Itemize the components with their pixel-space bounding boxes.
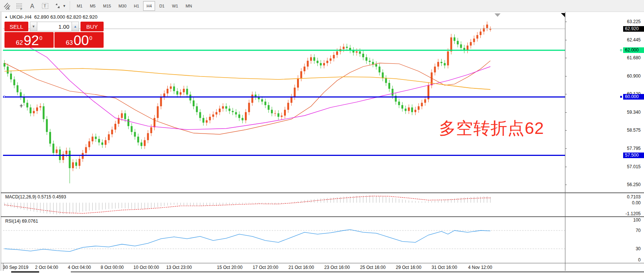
sell-price-display[interactable]: 62 92 0: [4, 32, 54, 48]
candle-body: [121, 113, 123, 118]
candle-body: [369, 61, 371, 62]
candle-body: [297, 78, 299, 88]
candle-body: [473, 38, 475, 42]
ma-slow-orange: [4, 69, 490, 90]
rsi-line: [4, 230, 490, 252]
price-badge: 60.000: [623, 94, 644, 100]
volume-decrease-button[interactable]: ▼: [30, 22, 37, 31]
bottom-scroll-thumb[interactable]: [11, 271, 39, 273]
candle-body: [252, 95, 253, 103]
candle-body: [196, 106, 198, 112]
candle-body: [265, 101, 266, 105]
rsi-timeaxis-separator: [1, 263, 644, 263]
level-line-handle[interactable]: [620, 49, 622, 51]
candle-body: [43, 106, 45, 119]
timeframe-button-M5[interactable]: M5: [86, 1, 99, 11]
axis-tick: [565, 58, 567, 58]
candle-body: [141, 142, 142, 146]
svg-text:T: T: [44, 4, 46, 8]
candle-body: [379, 67, 381, 73]
fibonacci-lines-icon[interactable]: F: [14, 1, 25, 11]
sell-price-big: 92: [23, 35, 39, 47]
arrows-tool-icon[interactable]: [52, 1, 63, 11]
time-tick-label: 4 Nov 12:00: [468, 265, 492, 270]
candle-body: [59, 150, 61, 160]
macd-indicator-label: MACD(12,26,9) 0.5715 0.4593: [5, 194, 66, 200]
timeframe-button-H1[interactable]: H1: [130, 1, 142, 11]
candle-body: [310, 57, 312, 60]
candle-body: [385, 78, 387, 83]
candle-body: [56, 150, 58, 153]
level-line-handle[interactable]: [3, 96, 5, 98]
arrows-dropdown-caret[interactable]: ▼: [63, 4, 66, 8]
macd-axis-label: 0.7103: [627, 194, 641, 200]
timeframe-button-W1[interactable]: W1: [168, 1, 181, 11]
candle-body: [26, 103, 28, 108]
candle-body: [392, 89, 394, 96]
candle-body: [398, 101, 400, 105]
candle-body: [235, 112, 237, 114]
candle-body: [281, 116, 282, 117]
candle-body: [401, 105, 403, 109]
scale-corner-marker-icon[interactable]: [561, 13, 565, 17]
candle-body: [248, 103, 250, 112]
ocp-collapse-arrow-icon[interactable]: ▲: [4, 15, 8, 19]
candle-body: [441, 62, 442, 63]
timeframe-button-H4[interactable]: H4: [143, 1, 155, 11]
text-tool-icon[interactable]: A: [27, 1, 38, 11]
candle-body: [82, 153, 84, 159]
timeframe-button-D1[interactable]: D1: [156, 1, 168, 11]
candle-body: [388, 83, 390, 89]
volume-increase-button[interactable]: ▲: [72, 22, 79, 31]
candle-body: [10, 73, 12, 79]
candle-body: [486, 25, 488, 28]
candle-body: [480, 32, 482, 35]
main-macd-separator[interactable]: [1, 192, 644, 193]
timeframe-button-M30[interactable]: M30: [115, 1, 130, 11]
svg-text:A: A: [30, 3, 34, 9]
candle-body: [114, 124, 116, 130]
price-tick-label: 60.900: [627, 73, 641, 79]
equidistant-channel-icon[interactable]: E: [1, 1, 13, 11]
ma-fast-orangered: [4, 61, 490, 134]
timeframe-button-M1[interactable]: M1: [73, 1, 86, 11]
svg-text:E: E: [8, 7, 10, 10]
candle-body: [278, 113, 280, 117]
timeframe-button-M15[interactable]: M15: [100, 1, 114, 11]
candle-body: [366, 57, 367, 60]
candle-body: [304, 67, 306, 72]
candle-body: [66, 151, 67, 154]
ohlc-values: 62.890 63.000 62.820 62.920: [34, 14, 98, 20]
candle-body: [326, 61, 328, 63]
rsi-panel-plot[interactable]: [3, 217, 565, 263]
macd-panel-plot[interactable]: [3, 193, 565, 216]
volume-input[interactable]: [37, 22, 72, 31]
window-left-border: [1, 12, 1, 273]
price-tick-label: 63.225: [627, 19, 641, 24]
buy-price-sup: 0: [89, 35, 92, 41]
time-tick-label: 31 Oct 16:00: [432, 265, 457, 270]
price-tick-label: 61.680: [627, 55, 641, 60]
candle-body: [111, 130, 113, 135]
candle-body: [40, 106, 41, 107]
candle-body: [336, 51, 338, 55]
text-label-icon[interactable]: T: [40, 1, 51, 11]
timeframe-button-MN[interactable]: MN: [182, 1, 195, 11]
buy-button[interactable]: BUY: [80, 22, 104, 31]
candle-body: [343, 47, 345, 49]
candle-body: [157, 106, 159, 118]
price-badge: 57.500: [623, 153, 644, 158]
candle-body: [454, 37, 455, 41]
buy-price-display[interactable]: 63 00 0: [54, 32, 104, 48]
candle-body: [23, 97, 25, 103]
chart-shift-marker-icon[interactable]: [495, 13, 501, 17]
timeframe-bar: M1M5M15M30H1H4D1W1MN: [73, 1, 196, 11]
sell-button[interactable]: SELL: [4, 22, 28, 31]
candle-body: [124, 113, 126, 119]
candle-body: [147, 133, 149, 140]
macd-rsi-separator[interactable]: [1, 216, 644, 217]
candle-body: [375, 64, 377, 66]
level-line-handle[interactable]: [620, 96, 622, 98]
rsi-axis-label: 30: [636, 246, 641, 251]
candle-body: [313, 57, 315, 60]
